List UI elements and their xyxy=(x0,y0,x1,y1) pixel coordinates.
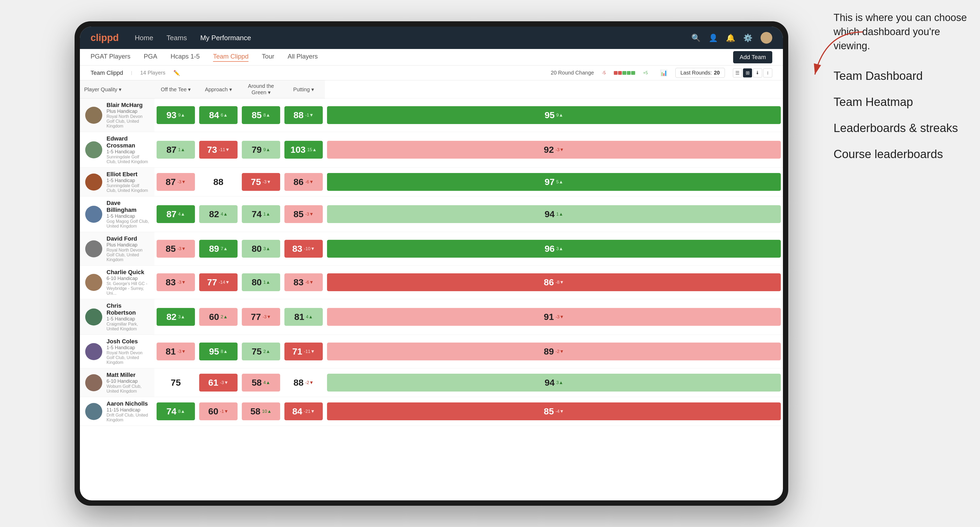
settings-icon[interactable]: ⚙️ xyxy=(743,33,752,42)
metric-cell-3[interactable]: 85 -3▼ xyxy=(282,197,325,232)
metric-cell-1[interactable]: 73 -11▼ xyxy=(197,132,240,168)
metric-change: 10▲ xyxy=(262,409,272,414)
player-cell[interactable]: Blair McHarg Plus Handicap Royal North D… xyxy=(80,98,154,132)
nav-teams[interactable]: Teams xyxy=(167,34,187,42)
col-header-around-green[interactable]: Around the Green ▾ xyxy=(240,80,282,98)
metric-cell-0[interactable]: 85 -3▼ xyxy=(154,232,197,266)
player-club: Royal North Devon Golf Club, United King… xyxy=(107,248,149,262)
col-header-putting[interactable]: Putting ▾ xyxy=(282,80,325,98)
view-grid[interactable]: ⊞ xyxy=(743,68,752,78)
player-cell[interactable]: Matt Miller 6-10 Handicap Woburn Golf Cl… xyxy=(80,368,154,397)
player-info: Matt Miller 6-10 Handicap Woburn Golf Cl… xyxy=(107,371,149,394)
metric-cell-2[interactable]: 75 2▲ xyxy=(240,335,282,368)
metric-cell-4[interactable]: 95 9▲ xyxy=(325,98,783,132)
player-cell[interactable]: Elliot Ebert 1-5 Handicap Sunningdale Go… xyxy=(80,168,154,197)
search-icon[interactable]: 🔍 xyxy=(691,33,701,42)
metric-cell-4[interactable]: 89 -2▼ xyxy=(325,335,783,368)
player-cell[interactable]: Chris Robertson 1-5 Handicap Craigmillar… xyxy=(80,299,154,335)
metric-cell-2[interactable]: 77 -3▼ xyxy=(240,299,282,335)
metric-cell-0[interactable]: 87 -3▼ xyxy=(154,168,197,197)
metric-cell-1[interactable]: 95 8▲ xyxy=(197,335,240,368)
metric-cell-3[interactable]: 71 -11▼ xyxy=(282,335,325,368)
table-row: Chris Robertson 1-5 Handicap Craigmillar… xyxy=(80,299,783,335)
metric-cell-1[interactable]: 60 2▲ xyxy=(197,299,240,335)
player-name: Elliot Ebert xyxy=(107,171,149,178)
player-info: Aaron Nicholls 11-15 Handicap Drift Golf… xyxy=(107,400,149,422)
metric-value: 58 xyxy=(250,406,261,417)
metric-cell-2[interactable]: 58 10▲ xyxy=(240,397,282,426)
view-more[interactable]: ↕ xyxy=(763,68,772,78)
metric-cell-0[interactable]: 93 9▲ xyxy=(154,98,197,132)
metric-change: 9▲ xyxy=(178,113,185,118)
metric-cell-0[interactable]: 75 xyxy=(154,368,197,397)
metric-value: 89 xyxy=(544,346,554,357)
metric-cell-3[interactable]: 103 15▲ xyxy=(282,132,325,168)
metric-cell-2[interactable]: 80 3▲ xyxy=(240,232,282,266)
metric-cell-3[interactable]: 88 -1▼ xyxy=(282,98,325,132)
metric-value: 81 xyxy=(165,346,176,357)
subnav-pgat[interactable]: PGAT Players xyxy=(91,53,130,62)
player-cell[interactable]: David Ford Plus Handicap Royal North Dev… xyxy=(80,232,154,266)
nav-home[interactable]: Home xyxy=(135,34,153,42)
profile-icon[interactable]: 👤 xyxy=(709,33,718,42)
subnav-pga[interactable]: PGA xyxy=(144,53,158,62)
view-list[interactable]: ☰ xyxy=(733,68,742,78)
player-cell[interactable]: Dave Billingham 1-5 Handicap Gog Magog G… xyxy=(80,197,154,232)
col-header-approach[interactable]: Approach ▾ xyxy=(197,80,240,98)
metric-cell-3[interactable]: 84 -21▼ xyxy=(282,397,325,426)
view-heat[interactable]: 🌡 xyxy=(753,68,762,78)
player-cell[interactable]: Charlie Quick 6-10 Handicap St. George's… xyxy=(80,266,154,299)
metric-cell-4[interactable]: 91 -3▼ xyxy=(325,299,783,335)
subnav-hcaps[interactable]: Hcaps 1-5 xyxy=(171,53,200,62)
metric-cell-1[interactable]: 88 xyxy=(197,168,240,197)
metric-cell-1[interactable]: 60 -1▼ xyxy=(197,397,240,426)
add-team-button[interactable]: Add Team xyxy=(733,51,772,63)
subnav-all-players[interactable]: All Players xyxy=(288,53,318,62)
metric-change: 6▲ xyxy=(221,113,228,118)
metric-cell-2[interactable]: 75 -3▼ xyxy=(240,168,282,197)
metric-cell-1[interactable]: 77 -14▼ xyxy=(197,266,240,299)
metric-cell-4[interactable]: 97 5▲ xyxy=(325,168,783,197)
metric-change: -2▼ xyxy=(555,349,564,354)
player-cell[interactable]: Aaron Nicholls 11-15 Handicap Drift Golf… xyxy=(80,397,154,426)
metric-cell-1[interactable]: 82 4▲ xyxy=(197,197,240,232)
metric-cell-2[interactable]: 74 1▲ xyxy=(240,197,282,232)
metric-cell-0[interactable]: 87 1▲ xyxy=(154,132,197,168)
metric-cell-2[interactable]: 79 9▲ xyxy=(240,132,282,168)
metric-cell-1[interactable]: 89 7▲ xyxy=(197,232,240,266)
metric-cell-4[interactable]: 96 3▲ xyxy=(325,232,783,266)
metric-cell-3[interactable]: 81 4▲ xyxy=(282,299,325,335)
player-cell[interactable]: Edward Crossman 1-5 Handicap Sunningdale… xyxy=(80,132,154,168)
metric-cell-0[interactable]: 87 4▲ xyxy=(154,197,197,232)
metric-cell-4[interactable]: 94 3▲ xyxy=(325,368,783,397)
metric-cell-3[interactable]: 83 -6▼ xyxy=(282,266,325,299)
user-avatar[interactable] xyxy=(760,32,772,44)
subnav-team-clippd[interactable]: Team Clippd xyxy=(213,53,248,62)
metric-cell-4[interactable]: 85 -4▼ xyxy=(325,397,783,426)
metric-cell-4[interactable]: 92 -3▼ xyxy=(325,132,783,168)
nav-my-performance[interactable]: My Performance xyxy=(200,34,251,42)
metric-cell-3[interactable]: 88 -2▼ xyxy=(282,368,325,397)
metric-cell-2[interactable]: 80 1▲ xyxy=(240,266,282,299)
bell-icon[interactable]: 🔔 xyxy=(726,33,735,42)
player-avatar xyxy=(85,308,102,325)
metric-cell-4[interactable]: 86 -8▼ xyxy=(325,266,783,299)
metric-cell-2[interactable]: 85 8▲ xyxy=(240,98,282,132)
metric-cell-3[interactable]: 86 -6▼ xyxy=(282,168,325,197)
player-cell[interactable]: Josh Coles 1-5 Handicap Royal North Devo… xyxy=(80,335,154,368)
annotation-item-1: Team Heatmap xyxy=(834,95,972,109)
metric-cell-0[interactable]: 82 3▲ xyxy=(154,299,197,335)
metric-cell-4[interactable]: 94 1▲ xyxy=(325,197,783,232)
last-rounds-button[interactable]: Last Rounds: 20 xyxy=(675,68,725,78)
col-header-off-tee[interactable]: Off the Tee ▾ xyxy=(154,80,197,98)
metric-cell-2[interactable]: 58 4▲ xyxy=(240,368,282,397)
col-header-player[interactable]: Player Quality ▾ xyxy=(80,80,154,98)
metric-cell-1[interactable]: 84 6▲ xyxy=(197,98,240,132)
metric-cell-3[interactable]: 83 -10▼ xyxy=(282,232,325,266)
subnav-tour[interactable]: Tour xyxy=(262,53,274,62)
metric-cell-0[interactable]: 74 8▲ xyxy=(154,397,197,426)
metric-cell-1[interactable]: 61 -3▼ xyxy=(197,368,240,397)
edit-icon[interactable]: ✏️ xyxy=(173,70,180,76)
metric-cell-0[interactable]: 83 -3▼ xyxy=(154,266,197,299)
metric-cell-0[interactable]: 81 -3▼ xyxy=(154,335,197,368)
